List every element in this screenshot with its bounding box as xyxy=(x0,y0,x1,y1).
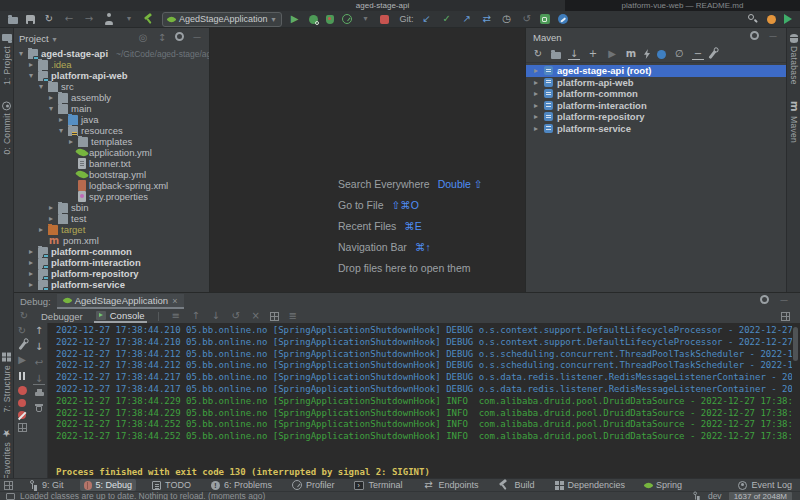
tree-chevron-icon[interactable]: ▸ xyxy=(27,279,35,290)
rerun-icon[interactable]: ↻ xyxy=(18,310,30,322)
maven-module-row[interactable]: ▸platform-common xyxy=(526,88,786,100)
menu-icon[interactable]: ≡ xyxy=(170,310,182,322)
tree-chevron-icon[interactable]: ▾ xyxy=(27,70,35,81)
run-configuration-select[interactable]: AgedStageApplication xyxy=(162,12,282,27)
tree-chevron-icon[interactable]: ▾ xyxy=(47,103,55,114)
tree-chevron-icon[interactable]: ▸ xyxy=(27,257,35,268)
project-tree-row[interactable]: ▸platform-service xyxy=(13,279,209,290)
step-up-icon[interactable]: ↑ xyxy=(190,310,202,322)
tab-debugger[interactable]: Debugger xyxy=(39,309,85,323)
play-icon[interactable]: ▶ xyxy=(289,13,301,25)
history-icon[interactable]: ◷ xyxy=(501,13,513,25)
project-tree-row[interactable]: ▸platform-common xyxy=(13,246,209,257)
reload-status-icon[interactable] xyxy=(6,493,15,500)
tree-chevron-icon[interactable]: ▸ xyxy=(27,59,35,70)
project-tree-row[interactable]: mpom.xml xyxy=(13,235,209,246)
project-tree-row[interactable]: ▸assembly xyxy=(13,92,209,103)
soft-wrap-icon[interactable]: ↩ xyxy=(33,357,45,369)
project-tree-row[interactable]: application.yml xyxy=(13,147,209,158)
toolwindow-button-dependencies[interactable]: Dependencies xyxy=(551,479,630,491)
execute-goal-icon[interactable] xyxy=(644,49,650,59)
coverage-icon[interactable] xyxy=(326,15,334,24)
tree-chevron-icon[interactable]: ▸ xyxy=(532,88,540,99)
ide-run-icon[interactable] xyxy=(784,14,792,24)
sync-icon[interactable]: ↻ xyxy=(43,13,55,25)
toggle-offline-icon[interactable] xyxy=(657,50,666,59)
undo-icon[interactable]: ↺ xyxy=(230,310,242,322)
close-icon[interactable]: × xyxy=(250,310,262,322)
project-tree-row[interactable]: ▾main xyxy=(13,103,209,114)
console-scrollbar[interactable] xyxy=(793,327,798,361)
push-icon[interactable]: ↗ xyxy=(461,13,473,25)
settings-icon[interactable] xyxy=(760,295,769,304)
wrench-icon[interactable] xyxy=(18,341,26,350)
rerun-icon[interactable]: ↻ xyxy=(16,325,28,337)
chevron-down-icon[interactable] xyxy=(53,33,57,44)
maven-module-row[interactable]: ▸platform-service xyxy=(526,123,786,135)
toolwindow-button-database[interactable]: Database xyxy=(789,34,799,85)
project-tree-row[interactable]: ▸java xyxy=(13,114,209,125)
git-branch-name[interactable]: dev xyxy=(708,491,722,500)
toolwindow-button----problems[interactable]: 6: Problems xyxy=(207,479,276,491)
layout-grid-icon[interactable] xyxy=(270,312,279,321)
project-tree-row[interactable]: ▸.idea xyxy=(13,59,209,70)
settings-icon[interactable] xyxy=(175,32,184,41)
toolwindow-button----commit[interactable]: 0: Commit xyxy=(2,101,12,154)
maven-module-row[interactable]: ▸platform-repository xyxy=(526,111,786,123)
event-log-button[interactable]: Event Log xyxy=(738,480,792,490)
refresh-icon[interactable]: ↻ xyxy=(532,48,544,60)
project-tree-row[interactable]: ▸target xyxy=(13,224,209,235)
save-all-icon[interactable] xyxy=(26,15,35,24)
profiler-run-icon[interactable] xyxy=(342,14,352,24)
skip-tests-icon[interactable]: ∅ xyxy=(673,48,685,60)
toolwindow-button----debug[interactable]: 5: Debug xyxy=(80,479,137,491)
maven-module-row[interactable]: ▸platform-interaction xyxy=(526,100,786,112)
tree-chevron-icon[interactable]: ▾ xyxy=(57,125,65,136)
build-project-icon[interactable] xyxy=(143,13,155,25)
stop-process-icon[interactable] xyxy=(18,386,27,395)
forward-icon[interactable]: → xyxy=(83,13,95,25)
project-tree-row[interactable]: ▸platform-repository xyxy=(13,268,209,279)
project-tree-row[interactable]: spy.properties xyxy=(13,191,209,202)
project-tree-row[interactable]: ▾aged-stage-api~/GitCode/aged-stage/aged… xyxy=(13,48,209,59)
back-icon[interactable]: ← xyxy=(63,13,75,25)
tree-chevron-icon[interactable]: ▾ xyxy=(37,81,45,92)
settings-icon[interactable] xyxy=(750,31,759,40)
tree-chevron-icon[interactable]: ▸ xyxy=(532,77,540,88)
download-sources-icon[interactable]: ↓ xyxy=(568,48,580,60)
locate-icon[interactable]: ◎ xyxy=(137,32,149,44)
user-icon[interactable] xyxy=(103,13,115,25)
mute-breakpoints-icon[interactable] xyxy=(18,411,26,419)
project-tree-row[interactable]: ▸test xyxy=(13,213,209,224)
search-icon[interactable] xyxy=(747,13,759,25)
background-window-title[interactable]: platform-vue-web — README.md xyxy=(565,0,800,11)
tree-chevron-icon[interactable]: ▸ xyxy=(532,123,540,134)
project-tree-row[interactable]: banner.txt xyxy=(13,158,209,169)
toolwindow-button-endpoints[interactable]: ⇄Endpoints xyxy=(418,479,482,491)
maven-module-row[interactable]: ▸platform-api-web xyxy=(526,77,786,89)
tree-chevron-icon[interactable]: ▸ xyxy=(532,111,540,122)
project-tree-row[interactable]: logback-spring.xml xyxy=(13,180,209,191)
restore-layout-icon[interactable] xyxy=(18,423,27,432)
print-icon[interactable] xyxy=(35,389,44,399)
hide-icon[interactable]: — xyxy=(767,31,779,43)
run-dim-icon[interactable]: ▶ xyxy=(606,48,618,60)
expand-collapse-icon[interactable]: ↕ xyxy=(156,32,168,44)
tree-chevron-icon[interactable]: ▸ xyxy=(532,65,540,76)
project-tree-row[interactable]: ▸platform-interaction xyxy=(13,257,209,268)
project-tree-row[interactable]: ▾platform-api-web xyxy=(13,70,209,81)
tree-chevron-icon[interactable]: ▸ xyxy=(27,246,35,257)
pause-icon[interactable] xyxy=(16,370,28,382)
scroll-up-icon[interactable]: ↑ xyxy=(33,325,45,337)
project-tree-row[interactable]: ▾src xyxy=(13,81,209,92)
rollback-icon[interactable]: ↺ xyxy=(521,13,533,25)
toolwindow-button-maven[interactable]: mMaven xyxy=(788,101,800,143)
toolwindow-button-spring[interactable]: Spring xyxy=(641,479,686,491)
caret-icon[interactable]: ▾ xyxy=(123,13,135,25)
debug-session-tab[interactable]: AgedStageApplication xyxy=(57,294,185,309)
tool-window-switcher-icon[interactable] xyxy=(4,481,13,490)
editor-area[interactable]: Search EverywhereDouble ⇧Go to File⇧⌘ORe… xyxy=(210,28,525,292)
clear-all-icon[interactable] xyxy=(35,403,43,413)
toolwindow-button----structure[interactable]: 7: Structure xyxy=(2,353,12,413)
view-breakpoints-icon[interactable] xyxy=(18,399,26,407)
